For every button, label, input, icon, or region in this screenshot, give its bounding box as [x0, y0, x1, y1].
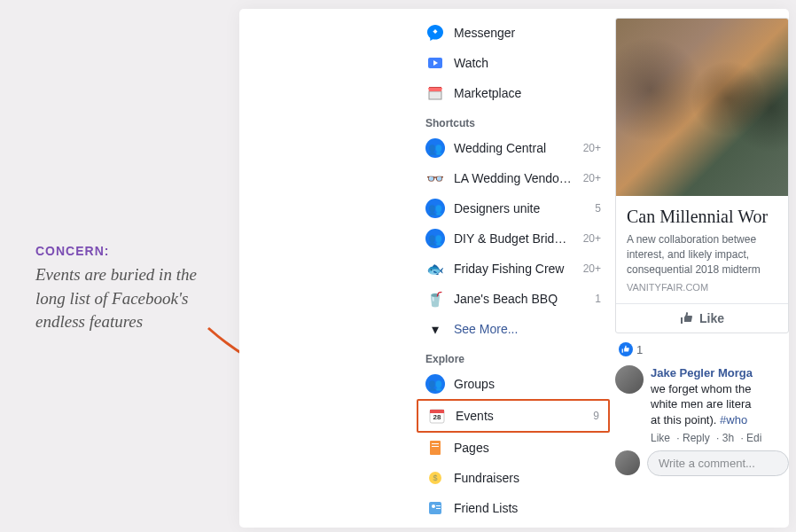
- comment-edited: Edi: [746, 432, 761, 444]
- nav-label: Marketplace: [454, 86, 601, 100]
- comment-reply-link[interactable]: Reply: [683, 432, 710, 444]
- fundraisers-icon: $: [425, 468, 445, 488]
- shortcut-item[interactable]: 👥 Wedding Central 20+: [417, 133, 610, 163]
- nav-badge: 20+: [583, 172, 601, 184]
- avatar[interactable]: [615, 450, 640, 475]
- explore-events[interactable]: 28 Events 9: [417, 399, 610, 433]
- svg-rect-14: [436, 508, 441, 509]
- nav-badge: 1: [595, 293, 601, 305]
- hashtag-link[interactable]: #who: [720, 413, 747, 426]
- post-image: [616, 19, 788, 196]
- pages-icon: [425, 438, 445, 458]
- shortcut-item[interactable]: 👥 DIY & Budget Brid… 20+: [417, 223, 610, 254]
- chevron-down-icon: ▾: [425, 319, 445, 339]
- nav-label: LA Wedding Vendo…: [454, 171, 580, 185]
- post-title: Can Millennial Wor: [627, 207, 777, 227]
- nav-badge: 20+: [583, 232, 601, 245]
- nav-messenger[interactable]: Messenger: [417, 18, 610, 48]
- comment: Jake Pegler Morga we forget whom the whi…: [615, 365, 789, 444]
- group-icon: 👥: [425, 199, 445, 218]
- comment-time: 3h: [722, 432, 734, 444]
- shortcuts-header: Shortcuts: [417, 108, 610, 133]
- glasses-icon: 👓: [425, 168, 445, 188]
- svg-rect-2: [429, 87, 441, 88]
- news-feed: Can Millennial Wor A new collaboration b…: [615, 18, 789, 480]
- comment-author[interactable]: Jake Pegler Morga: [651, 366, 753, 379]
- like-label: Like: [699, 311, 724, 325]
- explore-pages[interactable]: Pages: [417, 433, 610, 463]
- svg-rect-8: [432, 446, 439, 447]
- svg-rect-7: [432, 443, 439, 444]
- like-button[interactable]: Like: [616, 303, 788, 332]
- comment-like-link[interactable]: Like: [651, 432, 670, 444]
- nav-badge: 9: [593, 410, 599, 422]
- comment-meta: Like · Reply · 3h · Edi: [651, 431, 765, 445]
- cup-icon: 🥤: [425, 289, 445, 309]
- shortcut-item[interactable]: 🐟 Friday Fishing Crew 20+: [417, 254, 610, 284]
- marketplace-icon: [425, 83, 445, 103]
- svg-rect-1: [429, 91, 441, 99]
- explore-groups[interactable]: 👥 Groups: [417, 369, 610, 399]
- concern-label: CONCERN:: [35, 244, 230, 258]
- nav-label: Friday Fishing Crew: [454, 262, 580, 276]
- nav-badge: 20+: [583, 142, 601, 154]
- events-icon: 28: [427, 406, 447, 426]
- groups-icon: 👥: [425, 374, 445, 394]
- group-icon: 👥: [425, 229, 445, 248]
- nav-marketplace[interactable]: Marketplace: [417, 78, 610, 108]
- nav-label: Designers unite: [454, 201, 591, 215]
- watch-icon: [425, 53, 445, 73]
- svg-rect-13: [436, 505, 441, 506]
- reactions-bar[interactable]: 1: [615, 333, 789, 362]
- thumb-up-icon: [680, 311, 694, 325]
- see-more-link[interactable]: ▾ See More...: [417, 314, 610, 344]
- post-source: VANITYFAIR.COM: [627, 282, 777, 293]
- svg-text:28: 28: [433, 413, 441, 421]
- explore-on-this-day[interactable]: On This Day 8: [417, 523, 610, 528]
- fish-icon: 🐟: [425, 259, 445, 278]
- comment-text: we forget whom the white men are litera …: [651, 381, 765, 428]
- avatar[interactable]: [615, 365, 644, 394]
- comment-thread: Jake Pegler Morga we forget whom the whi…: [615, 362, 789, 479]
- explore-friend-lists[interactable]: Friend Lists: [417, 493, 610, 523]
- post-card[interactable]: Can Millennial Wor A new collaboration b…: [615, 18, 789, 333]
- sidebar: Messenger Watch Marketplace Shortcuts 👥 …: [417, 18, 610, 528]
- nav-label: See More...: [454, 322, 601, 336]
- svg-point-12: [432, 505, 435, 508]
- like-reaction-icon: [619, 342, 633, 356]
- comment-composer: Write a comment...: [615, 450, 789, 476]
- nav-label: Fundraisers: [454, 471, 601, 485]
- reaction-count: 1: [636, 343, 643, 356]
- friend-lists-icon: [425, 498, 445, 518]
- nav-label: Friend Lists: [454, 501, 601, 515]
- group-icon: 👥: [425, 138, 445, 158]
- messenger-icon: [425, 23, 445, 43]
- shortcut-item[interactable]: 👥 Designers unite 5: [417, 193, 610, 223]
- svg-rect-6: [430, 441, 441, 455]
- nav-label: Wedding Central: [454, 141, 580, 155]
- nav-badge: 20+: [583, 262, 601, 275]
- nav-label: Events: [456, 409, 589, 423]
- shortcut-item[interactable]: 🥤 Jane's Beach BBQ 1: [417, 284, 610, 314]
- nav-label: Groups: [454, 377, 601, 391]
- nav-watch[interactable]: Watch: [417, 48, 610, 78]
- nav-label: Watch: [454, 56, 601, 70]
- explore-fundraisers[interactable]: $ Fundraisers: [417, 463, 610, 493]
- nav-label: Pages: [454, 441, 601, 455]
- comment-input[interactable]: Write a comment...: [647, 450, 789, 476]
- nav-badge: 5: [595, 202, 601, 215]
- post-description: A new collaboration betwee interest, and…: [627, 232, 777, 277]
- nav-label: DIY & Budget Brid…: [454, 231, 580, 246]
- facebook-window: Messenger Watch Marketplace Shortcuts 👥 …: [239, 9, 789, 528]
- nav-label: Jane's Beach BBQ: [454, 292, 591, 306]
- svg-text:$: $: [433, 473, 437, 482]
- explore-header: Explore: [417, 344, 610, 369]
- shortcut-item[interactable]: 👓 LA Wedding Vendo… 20+: [417, 163, 610, 193]
- nav-label: Messenger: [454, 26, 601, 40]
